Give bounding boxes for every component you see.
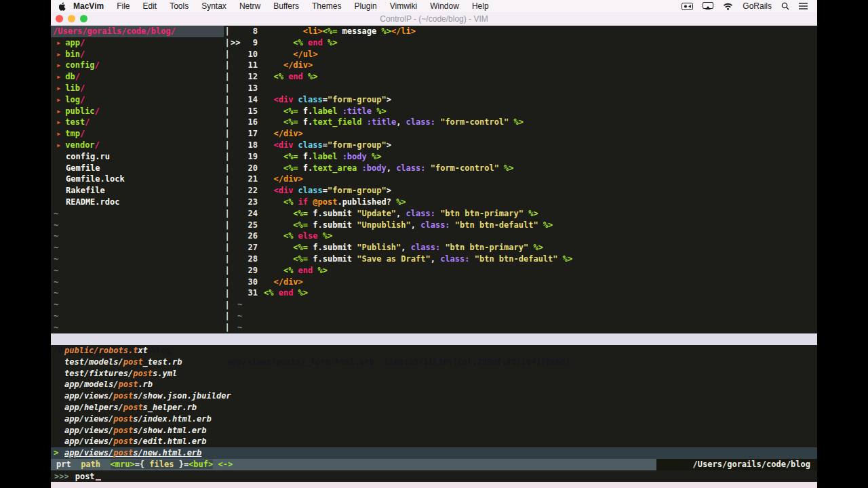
tree-item-dir[interactable]: ▸lib/ [51, 83, 224, 94]
menu-item-file[interactable]: File [117, 1, 130, 11]
tree-item-file[interactable]: Gemfile [51, 163, 224, 174]
tree-item-dir[interactable]: ▸app/ [51, 37, 224, 49]
code-line[interactable]: 24 <%= f.submit "Update", class: "btn bt… [231, 208, 817, 220]
search-icon[interactable] [781, 2, 789, 10]
code-token: </div> [273, 277, 302, 287]
airplay-icon[interactable] [703, 2, 713, 10]
ctrlp-mru-label[interactable]: <mru> [111, 460, 135, 469]
menu-item-themes[interactable]: Themes [312, 1, 341, 11]
ctrlp-result[interactable]: test/models/post_test.rb [51, 357, 817, 368]
chevron-right-icon: ▸ [51, 140, 65, 150]
menu-item-plugin[interactable]: Plugin [354, 1, 376, 11]
ctrlp-buf-label[interactable]: <buf> [189, 460, 213, 469]
gorails-menu-label[interactable]: GoRails [743, 1, 772, 11]
code-line[interactable]: 30 </div> [231, 277, 817, 288]
menu-item-macvim[interactable]: MacVim [73, 1, 104, 11]
code-line[interactable]: >>9 <% end %> [231, 37, 817, 49]
code-line[interactable]: 14 <div class="form-group"> [231, 94, 817, 106]
empty-line-tilde: ~ [51, 277, 224, 288]
sign-column [231, 277, 241, 288]
tree-item-dir[interactable]: ▸test/ [51, 117, 224, 128]
code-line[interactable]: 17 </div> [231, 128, 817, 140]
tree-item-dir[interactable]: ▸bin/ [51, 49, 224, 60]
code-line[interactable]: 18 <div class="form-group"> [231, 140, 817, 151]
notification-center-icon[interactable] [799, 3, 808, 9]
code-token: , [396, 209, 406, 218]
result-path: public/robots.txt [64, 346, 148, 355]
menu-item-buffers[interactable]: Buffers [273, 1, 299, 11]
menu-item-netrw[interactable]: Netrw [239, 1, 260, 11]
nerdtree-panel[interactable]: /Users/gorails/code/blog/▸app/▸bin/▸conf… [51, 26, 224, 333]
tree-item-dir[interactable]: ▸config/ [51, 60, 224, 71]
code-line[interactable]: 25 <%= f.submit "Unpublish", class: "btn… [231, 220, 817, 231]
code-text [258, 83, 264, 94]
close-button[interactable] [56, 15, 63, 22]
code-line[interactable]: 16 <%= f.text_field :title, class: "form… [231, 117, 817, 128]
tree-item-dir[interactable]: ▸tmp/ [51, 128, 224, 140]
code-line[interactable]: 19 <%= f.label :body %> [231, 151, 817, 163]
menu-item-tools[interactable]: Tools [170, 1, 189, 11]
path-text: app/views/ [64, 436, 113, 446]
code-token: "btn btn-default" [455, 220, 538, 230]
prompt-query[interactable]: post [69, 471, 95, 482]
code-line[interactable]: 8 <li><%= message %></li> [231, 26, 817, 37]
tree-item-file[interactable]: Rakefile [51, 185, 224, 197]
match-highlight: post [133, 369, 153, 378]
code-line[interactable]: 11 </div> [231, 60, 817, 71]
menu-item-edit[interactable]: Edit [142, 1, 157, 11]
code-token: <%= [293, 209, 308, 218]
tree-item-dir[interactable]: ▸vendor/ [51, 140, 224, 151]
tree-item-file[interactable]: config.ru [51, 151, 224, 163]
minimize-button[interactable] [68, 15, 75, 22]
menu-item-help[interactable]: Help [472, 1, 489, 11]
menu-item-window[interactable]: Window [430, 1, 459, 11]
path-text: s/show.html.erb [133, 426, 206, 435]
ctrlp-prompt[interactable]: >>> post [51, 470, 817, 482]
code-line[interactable]: 13 [231, 83, 817, 94]
zoom-button[interactable] [80, 15, 87, 22]
path-text: s.yml [153, 369, 177, 378]
apple-menu-icon[interactable] [59, 2, 66, 11]
code-line[interactable]: 27 <%= f.submit "Publish", class: "btn b… [231, 242, 817, 253]
code-line[interactable]: 15 <%= f.label :title %> [231, 106, 817, 117]
ctrlp-files-label[interactable]: files [144, 460, 179, 469]
ctrlp-result[interactable]: app/views/posts/index.html.erb [51, 413, 817, 425]
ctrlp-result[interactable]: app/helpers/posts_helper.rb [51, 402, 817, 413]
ctrlp-result[interactable]: public/robots.txt [51, 345, 817, 357]
code-line[interactable]: 12 <% end %> [231, 71, 817, 83]
ctrlp-result[interactable]: >app/views/posts/new.html.erb [51, 447, 817, 459]
ctrlp-result[interactable]: app/views/posts/show.json.jbuilder [51, 390, 817, 402]
code-line[interactable]: 10 </ul> [231, 49, 817, 60]
code-line[interactable]: 23 <% if @post.published? %> [231, 197, 817, 208]
ctrlp-result[interactable]: app/views/posts/show.html.erb [51, 425, 817, 436]
code-text: <%= f.label :title %> [258, 106, 387, 117]
tree-item-dir[interactable]: ▸db/ [51, 71, 224, 83]
code-line[interactable]: 22 <div class="form-group"> [231, 185, 817, 197]
ctrlp-result[interactable]: app/views/posts/edit.html.erb [51, 436, 817, 447]
tree-item-file[interactable]: Gemfile.lock [51, 174, 224, 185]
wifi-icon[interactable] [723, 3, 733, 10]
code-line[interactable]: 21 </div> [231, 174, 817, 185]
dir-name: vendor [65, 140, 94, 150]
code-line[interactable]: 29 <% end %> [231, 265, 817, 277]
code-line[interactable]: 31<% end %> [231, 287, 817, 299]
status-line: /Users/gorails/code/blog app/views/posts… [51, 333, 817, 345]
dir-name: test [65, 117, 85, 127]
tree-item-dir[interactable]: ▸log/ [51, 94, 224, 106]
tree-item-file[interactable]: README.rdoc [51, 197, 224, 208]
traffic-lights [56, 15, 87, 22]
menu-item-vimwiki[interactable]: Vimwiki [390, 1, 417, 11]
menu-item-syntax[interactable]: Syntax [201, 1, 226, 11]
code-line[interactable]: 26 <% else %> [231, 230, 817, 242]
editor-buffer[interactable]: 8 <li><%= message %></li>>>9 <% end %>10… [231, 26, 817, 333]
code-line[interactable]: 20 <%= f.text_area :body, class: "form-c… [231, 163, 817, 174]
tree-root[interactable]: /Users/gorails/code/blog/ [51, 26, 224, 37]
window-split-separator[interactable]: | | | | | | | | | | | | | | | | | | | | … [224, 26, 231, 333]
screen-recording-icon[interactable] [682, 3, 693, 10]
ctrlp-result[interactable]: app/models/post.rb [51, 379, 817, 390]
tree-item-dir[interactable]: ▸public/ [51, 106, 224, 117]
ctrlp-result[interactable]: test/fixtures/posts.yml [51, 368, 817, 380]
code-line[interactable]: 28 <%= f.submit "Save as Draft", class: … [231, 253, 817, 265]
code-token: <div [273, 140, 293, 150]
path-text: app/views/ [64, 448, 113, 458]
